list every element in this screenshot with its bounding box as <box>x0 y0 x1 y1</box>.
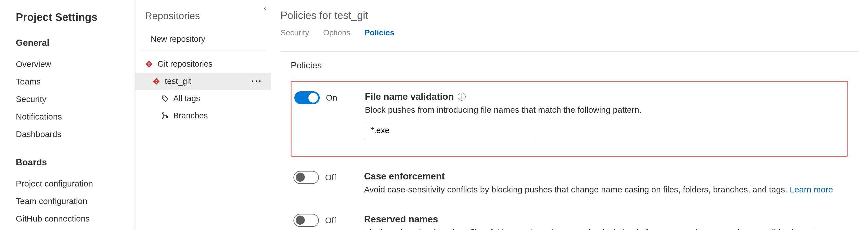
nav-group-boards: Boards <box>16 157 129 168</box>
tab-policies[interactable]: Policies <box>365 28 395 40</box>
new-repository-button[interactable]: New repository <box>141 30 265 51</box>
policy-title-reserved-names: Reserved names <box>364 214 438 225</box>
toggle-state-label: Off <box>325 173 336 182</box>
nav-security[interactable]: Security <box>16 90 129 108</box>
nav-overview[interactable]: Overview <box>16 55 129 73</box>
tree-all-tags-label: All tags <box>173 94 200 103</box>
tab-security[interactable]: Security <box>280 28 309 40</box>
nav-project-configuration[interactable]: Project configuration <box>16 175 129 193</box>
tree-repo-test-git[interactable]: test_git ··· <box>135 73 271 90</box>
branch-icon <box>161 112 169 119</box>
tree-all-tags[interactable]: All tags <box>135 90 271 107</box>
nav-teams[interactable]: Teams <box>16 73 129 90</box>
policy-desc-file-name-validation: Block pushes from introducing file names… <box>365 104 847 116</box>
toggle-file-name-validation[interactable] <box>294 91 320 104</box>
svg-point-2 <box>162 117 164 119</box>
nav-dashboards[interactable]: Dashboards <box>16 125 129 143</box>
nav-group-general: General <box>16 37 129 48</box>
toggle-state-label: On <box>326 93 337 103</box>
policy-title-case-enforcement: Case enforcement <box>364 171 445 182</box>
policy-desc-case-enforcement: Avoid case-sensitivity conflicts by bloc… <box>364 185 787 194</box>
more-actions-icon[interactable]: ··· <box>251 77 262 86</box>
tree-root-label: Git repositories <box>157 59 213 69</box>
tab-options[interactable]: Options <box>323 28 350 40</box>
tree-branches[interactable]: Branches <box>135 107 271 124</box>
nav-team-configuration[interactable]: Team configuration <box>16 193 129 210</box>
section-title-policies: Policies <box>291 60 848 70</box>
svg-point-3 <box>166 116 167 118</box>
git-repo-icon <box>145 60 153 68</box>
tree-branches-label: Branches <box>173 111 208 120</box>
policy-title-file-name-validation: File name validation <box>365 91 454 102</box>
project-settings-title: Project Settings <box>16 11 129 24</box>
nav-github-connections[interactable]: GitHub connections <box>16 210 129 227</box>
file-name-pattern-input[interactable] <box>365 122 537 139</box>
toggle-state-label: Off <box>325 215 336 225</box>
info-icon[interactable]: i <box>458 93 466 100</box>
learn-more-case-enforcement[interactable]: Learn more <box>790 185 833 194</box>
toggle-case-enforcement[interactable] <box>293 171 319 184</box>
policy-file-name-validation-highlight: On File name validation i Block pushes f… <box>291 81 848 157</box>
svg-point-1 <box>162 112 164 114</box>
toggle-reserved-names[interactable] <box>293 214 319 227</box>
policy-desc-reserved-names: Block pushes that introduce files, folde… <box>364 228 829 230</box>
git-repo-icon <box>152 78 160 85</box>
tree-git-repositories[interactable]: Git repositories <box>135 55 271 73</box>
svg-point-0 <box>163 96 164 97</box>
nav-notifications[interactable]: Notifications <box>16 108 129 125</box>
collapse-panel-icon[interactable]: ‹ <box>264 3 267 12</box>
tag-icon <box>161 95 169 102</box>
repositories-title: Repositories <box>145 10 271 22</box>
page-title: Policies for test_git <box>280 9 859 22</box>
tree-repo-label: test_git <box>165 77 191 86</box>
